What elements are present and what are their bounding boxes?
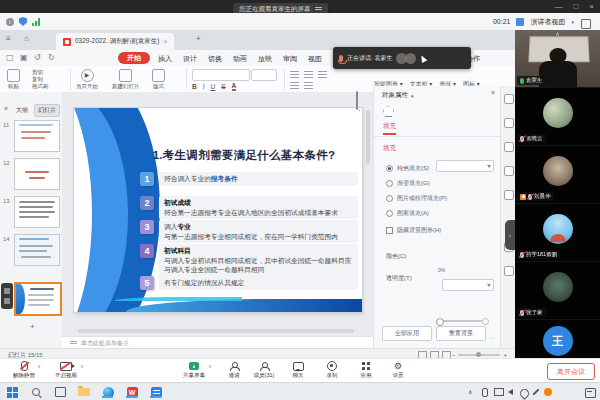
- strike-button[interactable]: S: [221, 83, 225, 90]
- view-mode-label[interactable]: 演讲者视图: [530, 17, 565, 27]
- number-list-icon[interactable]: [290, 82, 299, 89]
- vertical-scrollbar[interactable]: [366, 110, 370, 164]
- sidebar-collapse-icon[interactable]: ∧: [555, 30, 559, 37]
- fill-tab[interactable]: 填充: [383, 122, 396, 135]
- meeting-app-button[interactable]: [150, 386, 162, 398]
- horizontal-scrollbar[interactable]: [78, 329, 354, 333]
- tray-pen-icon[interactable]: [532, 388, 539, 395]
- participant-tile[interactable]: 王: [515, 320, 600, 358]
- tray-display-icon[interactable]: [494, 388, 504, 396]
- strip-tool-icon[interactable]: [504, 190, 514, 200]
- line-spacing-icon[interactable]: [304, 82, 313, 89]
- meeting-info-icon[interactable]: i: [6, 18, 14, 26]
- document-tab[interactable]: 0329-2022..调剂解读(袁家生) ×: [56, 33, 174, 50]
- menu-view[interactable]: 视图: [308, 54, 322, 64]
- panel-collapse-handle[interactable]: ›: [505, 220, 515, 250]
- strip-tool-icon[interactable]: [504, 118, 514, 128]
- chat-button[interactable]: 聊天: [280, 361, 316, 379]
- redo-icon[interactable]: ↻: [48, 53, 55, 62]
- apps-button[interactable]: 应用: [348, 361, 384, 379]
- share-mini-toolbar[interactable]: [1, 283, 13, 309]
- fullscreen-icon[interactable]: [581, 19, 591, 29]
- apply-all-button[interactable]: 全部应用: [382, 326, 432, 341]
- align-center-icon[interactable]: [304, 71, 313, 78]
- slide-thumbnail-14[interactable]: [14, 234, 60, 266]
- hide-background-checkbox[interactable]: 隐藏背景图形(H): [386, 226, 441, 235]
- strip-tool-icon[interactable]: [504, 166, 514, 176]
- tray-volume-icon[interactable]: [508, 389, 513, 395]
- settings-button[interactable]: ⚙ 设置: [380, 361, 416, 379]
- share-caret-icon[interactable]: ∨: [208, 363, 212, 369]
- participant-tile-video[interactable]: ∧ 袁家生: [515, 30, 600, 87]
- add-slide-button[interactable]: +: [30, 322, 35, 331]
- menu-insert[interactable]: 插入: [158, 54, 172, 64]
- tab-outline[interactable]: 大纲: [16, 106, 28, 115]
- fill-type-dropdown[interactable]: [436, 160, 494, 172]
- new-tab-button[interactable]: +: [196, 34, 201, 43]
- task-view-button[interactable]: [54, 386, 66, 398]
- bell-icon[interactable]: [356, 91, 358, 110]
- new-file-icon[interactable]: ▢: [6, 53, 14, 62]
- security-shield-icon[interactable]: [19, 17, 27, 26]
- close-button[interactable]: ×: [589, 0, 594, 13]
- taskbar-search-button[interactable]: [30, 386, 42, 398]
- tray-expand-icon[interactable]: ∧: [468, 388, 472, 395]
- view-mode-caret-icon[interactable]: ▾: [571, 19, 574, 25]
- mic-caret-icon[interactable]: ∨: [37, 363, 41, 369]
- record-button[interactable]: 录制: [314, 361, 350, 379]
- bold-button[interactable]: B: [192, 83, 197, 90]
- new-slide-button[interactable]: 新建幻灯片: [112, 69, 140, 90]
- notification-center-icon[interactable]: [585, 388, 596, 398]
- menu-animation[interactable]: 动画: [233, 54, 247, 64]
- wps-menu-icon[interactable]: ⌂: [24, 34, 29, 43]
- panel-title-caret-icon[interactable]: ▾: [411, 93, 414, 99]
- participant-tile[interactable]: 药学181聂鹏: [515, 204, 600, 261]
- strip-tool-icon[interactable]: [504, 266, 514, 276]
- transparency-slider[interactable]: [436, 320, 488, 322]
- slide-thumbnail-12[interactable]: [14, 158, 60, 190]
- menu-transition[interactable]: 切换: [208, 54, 222, 64]
- save-icon[interactable]: ▣: [20, 53, 28, 62]
- wps-app-button[interactable]: W: [126, 386, 138, 398]
- panel-collapse-button[interactable]: «: [4, 105, 8, 112]
- reset-background-button[interactable]: 重置背景: [436, 326, 486, 341]
- layout-button[interactable]: 版式: [152, 69, 165, 90]
- leave-meeting-button[interactable]: 离开会议: [547, 363, 595, 380]
- fill-option-picture[interactable]: 图片或纹理填充(P): [386, 194, 447, 203]
- more-button[interactable]: ⋯: [489, 334, 495, 341]
- file-explorer-button[interactable]: [78, 386, 90, 398]
- share-screen-button[interactable]: ∨ 共享屏幕: [176, 361, 212, 379]
- font-family-select[interactable]: [192, 69, 250, 81]
- banner-menu-icon[interactable]: [315, 7, 322, 12]
- fill-option-gradient[interactable]: 渐变填充(G): [386, 179, 430, 188]
- minimize-button[interactable]: —: [554, 0, 562, 13]
- tab-slides[interactable]: 幻灯片: [34, 104, 60, 117]
- wps-home-icon[interactable]: ≡: [6, 34, 11, 43]
- menu-slideshow[interactable]: 放映: [258, 54, 272, 64]
- unmute-button[interactable]: ∨ 解除静音: [6, 361, 42, 379]
- font-color-button[interactable]: A: [232, 82, 237, 91]
- color-dropdown[interactable]: [442, 279, 494, 291]
- participant-tile[interactable]: 刘晨坤: [515, 146, 600, 203]
- tray-antivirus-icon[interactable]: [544, 388, 552, 396]
- format-painter-button[interactable]: 格式刷: [32, 83, 49, 90]
- strip-tool-icon[interactable]: [504, 142, 514, 152]
- panel-close-icon[interactable]: ×: [491, 89, 495, 96]
- play-from-current-button[interactable]: ▶ 当页开始: [76, 69, 98, 90]
- underline-button[interactable]: U: [211, 83, 216, 90]
- italic-button[interactable]: I: [203, 83, 205, 90]
- strip-tool-icon[interactable]: [504, 94, 514, 104]
- edge-browser-button[interactable]: [102, 386, 114, 398]
- members-button[interactable]: 成员(31): [246, 361, 282, 379]
- undo-icon[interactable]: ↺: [34, 53, 41, 62]
- font-size-select[interactable]: [251, 69, 277, 81]
- paste-button[interactable]: 粘贴: [7, 69, 20, 90]
- start-video-button[interactable]: ∨ 开启视频: [48, 361, 84, 379]
- current-slide[interactable]: 1.考生调剂需要满足什么基本条件? 1 符合调入专业的报考条件 2 初试成绩符合…: [74, 108, 362, 312]
- fill-option-solid[interactable]: 纯色填充(S): [386, 164, 429, 173]
- tray-network-icon[interactable]: [518, 387, 531, 400]
- menu-review[interactable]: 审阅: [283, 54, 297, 64]
- slide-thumbnail-15-selected[interactable]: [14, 282, 62, 316]
- zoom-slider[interactable]: [458, 354, 500, 356]
- participant-tile[interactable]: 张子豪: [515, 262, 600, 319]
